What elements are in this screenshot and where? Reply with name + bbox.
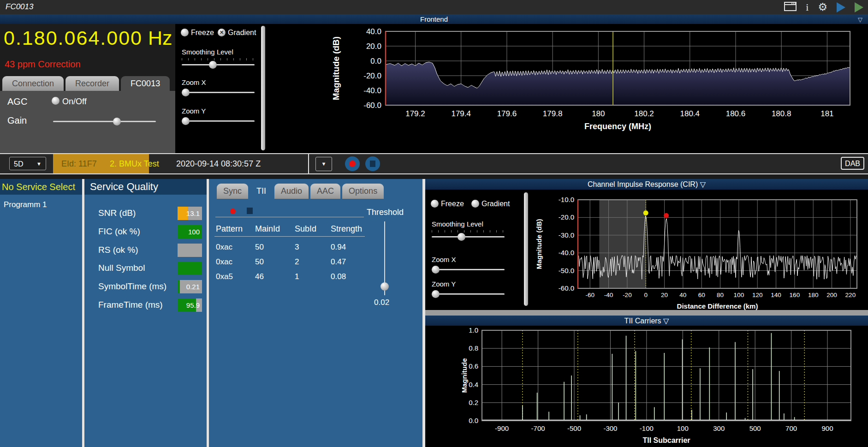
- dropdown-arrow-button[interactable]: ▼: [315, 157, 332, 171]
- cir-zoom-y-slider-handle[interactable]: [432, 290, 440, 298]
- tii-table-cell[interactable]: 0.94: [331, 243, 346, 252]
- threshold-slider-handle[interactable]: [380, 282, 389, 291]
- tab-aac[interactable]: AAC: [310, 184, 340, 199]
- tii-header-underline: [214, 236, 365, 237]
- collapse-triangle-icon[interactable]: ▽: [700, 180, 706, 188]
- tab-recorder[interactable]: Recorder: [65, 76, 119, 91]
- svg-text:-40.0: -40.0: [363, 86, 381, 95]
- tab-audio[interactable]: Audio: [274, 184, 309, 199]
- quality-row: FrameTime (ms)95.9: [84, 298, 207, 312]
- record-indicator-icon[interactable]: [230, 209, 236, 214]
- tab-connection[interactable]: Connection: [2, 76, 64, 91]
- agc-label: AGC: [7, 96, 27, 107]
- zoom-y-slider-track[interactable]: [182, 120, 255, 122]
- svg-text:20.0: 20.0: [366, 42, 381, 51]
- agc-onoff-radio[interactable]: [52, 97, 59, 105]
- cir-gradient-radio[interactable]: [471, 200, 479, 208]
- gain-slider-handle[interactable]: [113, 118, 121, 125]
- cir-controls-scrollbar[interactable]: [524, 192, 528, 306]
- cir-smoothing-slider[interactable]: [432, 233, 505, 241]
- tii-table-cell[interactable]: 0.47: [331, 257, 346, 267]
- cir-zoom-y-slider-track[interactable]: [432, 293, 505, 295]
- right-plots-column: Channel Impulse Response (CIR) ▽ Freeze …: [425, 179, 868, 447]
- tii-table-cell[interactable]: 50: [255, 243, 264, 252]
- tab-options[interactable]: Options: [342, 184, 384, 199]
- svg-text:0: 0: [644, 292, 648, 298]
- freeze-label: Freeze: [191, 29, 214, 37]
- smoothing-ticks: [182, 58, 255, 60]
- window-restore-icon[interactable]: [784, 2, 797, 13]
- zoom-y-slider[interactable]: [182, 117, 255, 125]
- stop-button[interactable]: [365, 156, 380, 171]
- tab-tii[interactable]: TII: [250, 184, 273, 199]
- tii-table-cell[interactable]: 1: [295, 272, 299, 281]
- tii-table-cell[interactable]: 0xac: [216, 243, 232, 252]
- chevron-down-icon: ▼: [321, 161, 327, 167]
- cir-smoothing-slider-handle[interactable]: [458, 233, 465, 241]
- tii-carriers-plot: 1.00.80.60.40.20.0-900-700-500-300-10010…: [425, 326, 868, 447]
- tii-table-cell[interactable]: 2: [295, 257, 299, 267]
- smoothing-slider-track[interactable]: [182, 64, 255, 66]
- quality-row: SNR (dB)13.1: [84, 207, 207, 220]
- cir-plot: -10.0-20.0-30.0-40.0-50.0-60.0-60-40-200…: [531, 190, 868, 310]
- smoothing-slider-handle[interactable]: [209, 61, 217, 69]
- ensemble-id-label: EId: 11F7: [61, 154, 97, 173]
- agc-onoff-label: On/Off: [62, 97, 87, 107]
- svg-text:-700: -700: [531, 424, 545, 432]
- svg-text:181: 181: [820, 109, 833, 118]
- tab-fc0013[interactable]: FC0013: [121, 76, 170, 91]
- cir-zoom-y-slider[interactable]: [432, 290, 505, 298]
- frequency-display: 0.180.064.000Hz: [4, 27, 172, 49]
- start-secondary-icon[interactable]: [855, 2, 863, 12]
- settings-gear-icon[interactable]: ⚙: [818, 2, 827, 12]
- svg-text:-60.0: -60.0: [363, 101, 381, 110]
- collapse-triangle-icon[interactable]: ▽: [858, 15, 862, 24]
- cir-zoom-x-slider[interactable]: [432, 266, 505, 274]
- svg-text:-60.0: -60.0: [559, 284, 574, 292]
- tii-table-cell[interactable]: 3: [295, 243, 299, 252]
- svg-text:0.0: 0.0: [469, 417, 478, 424]
- freeze-radio[interactable]: [181, 29, 189, 36]
- stop-indicator-icon[interactable]: [247, 208, 253, 214]
- tii-table-cell[interactable]: 0xac: [216, 257, 232, 267]
- ensemble-name-label: 2. BMUx Test: [110, 154, 159, 173]
- svg-text:-20: -20: [623, 292, 632, 298]
- start-playback-icon[interactable]: [837, 2, 845, 12]
- smoothing-slider[interactable]: [182, 61, 255, 69]
- svg-text:-900: -900: [495, 424, 509, 432]
- cir-smoothing-slider-track[interactable]: [432, 236, 505, 238]
- zoom-x-slider[interactable]: [182, 89, 255, 96]
- dab-mode-button[interactable]: DAB: [841, 157, 864, 170]
- channel-select-combo[interactable]: 5D ▼: [9, 157, 46, 170]
- tab-sync[interactable]: Sync: [217, 184, 248, 199]
- svg-text:40: 40: [679, 292, 686, 298]
- zoom-x-slider-track[interactable]: [182, 92, 255, 93]
- cir-zoom-x-slider-track[interactable]: [432, 269, 505, 270]
- collapse-triangle-icon[interactable]: ▽: [663, 317, 669, 325]
- chevron-down-icon: ▼: [36, 157, 42, 171]
- zoom-y-label: Zoom Y: [182, 107, 206, 115]
- gradient-radio[interactable]: [218, 29, 226, 36]
- zoom-x-slider-handle[interactable]: [182, 89, 190, 96]
- horizontal-splitter-handle[interactable]: [425, 310, 868, 316]
- zoom-y-slider-handle[interactable]: [182, 117, 190, 125]
- record-button[interactable]: [345, 156, 360, 171]
- info-icon[interactable]: i: [806, 2, 809, 12]
- tii-carriers-title: TII Carriers: [624, 317, 661, 325]
- tii-table-cell[interactable]: 50: [255, 257, 264, 267]
- quality-label: FrameTime (ms): [98, 300, 163, 310]
- quality-label: RS (ok %): [98, 245, 138, 255]
- service-list-item[interactable]: Programm 1: [4, 200, 47, 209]
- tii-table-cell[interactable]: 0.08: [331, 272, 346, 281]
- quality-bar: 100: [178, 225, 202, 238]
- gain-slider[interactable]: [53, 118, 156, 125]
- svg-text:Distance Difference (km): Distance Difference (km): [677, 302, 758, 310]
- cir-zoom-x-slider-handle[interactable]: [432, 266, 440, 274]
- cir-freeze-radio[interactable]: [431, 200, 439, 208]
- tii-table-cell[interactable]: 46: [255, 272, 264, 281]
- spectrum-controls-scrollbar[interactable]: [261, 26, 265, 150]
- frequency-spectrum-plot[interactable]: 40.020.00.0-20.0-40.0-60.0179.2179.4179.…: [267, 24, 868, 153]
- gain-slider-track[interactable]: [53, 121, 156, 122]
- svg-text:160: 160: [790, 292, 800, 298]
- tii-table-cell[interactable]: 0xa5: [216, 272, 233, 281]
